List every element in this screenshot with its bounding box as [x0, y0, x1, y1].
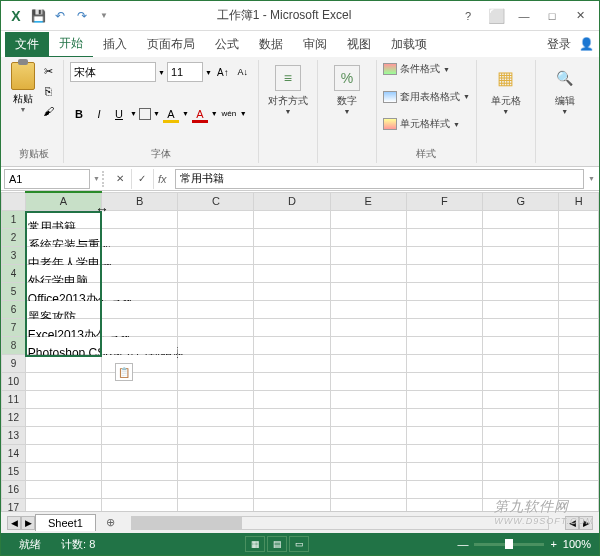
name-box[interactable]	[4, 169, 90, 189]
cell-D17[interactable]	[254, 498, 330, 511]
cell-H9[interactable]	[559, 354, 599, 372]
align-button[interactable]: ≡ 对齐方式 ▼	[265, 62, 311, 118]
col-header[interactable]: F	[406, 192, 482, 210]
cell-D15[interactable]	[254, 462, 330, 480]
cell-A4[interactable]: 外行学电脑	[25, 264, 101, 282]
cell-F12[interactable]	[406, 408, 482, 426]
bold-button[interactable]: B	[70, 105, 88, 123]
sheet-nav-prev[interactable]: ◀	[7, 516, 21, 530]
cell-F16[interactable]	[406, 480, 482, 498]
cell-G17[interactable]	[483, 498, 559, 511]
cell-B4[interactable]	[102, 264, 178, 282]
border-icon[interactable]	[139, 108, 151, 120]
tab-formulas[interactable]: 公式	[205, 32, 249, 57]
fx-icon[interactable]: fx	[154, 173, 171, 185]
cell-C3[interactable]	[178, 246, 254, 264]
cell-A16[interactable]	[25, 480, 101, 498]
cell-B1[interactable]	[102, 210, 178, 228]
qat-dropdown-icon[interactable]: ▼	[95, 7, 113, 25]
cell-A14[interactable]	[25, 444, 101, 462]
login-link[interactable]: 登录	[541, 36, 577, 53]
col-header[interactable]: H	[559, 192, 599, 210]
format-painter-icon[interactable]: 🖌	[39, 102, 57, 120]
select-all-corner[interactable]	[2, 192, 26, 210]
col-header[interactable]: C	[178, 192, 254, 210]
row-header[interactable]: 16	[2, 480, 26, 498]
cell-G3[interactable]	[483, 246, 559, 264]
cell-G8[interactable]	[483, 336, 559, 354]
row-header[interactable]: 15	[2, 462, 26, 480]
cell-B14[interactable]	[102, 444, 178, 462]
cell-B7[interactable]	[102, 318, 178, 336]
cell-F10[interactable]	[406, 372, 482, 390]
cell-E13[interactable]	[330, 426, 406, 444]
cell-B5[interactable]	[102, 282, 178, 300]
cell-B16[interactable]	[102, 480, 178, 498]
cell-D16[interactable]	[254, 480, 330, 498]
cut-icon[interactable]: ✂	[39, 62, 57, 80]
cell-G7[interactable]	[483, 318, 559, 336]
cell-E5[interactable]	[330, 282, 406, 300]
view-normal-icon[interactable]: ▦	[245, 536, 265, 552]
tab-layout[interactable]: 页面布局	[137, 32, 205, 57]
cell-B6[interactable]	[102, 300, 178, 318]
row-header[interactable]: 12	[2, 408, 26, 426]
cell-G11[interactable]	[483, 390, 559, 408]
sheet-nav-next[interactable]: ▶	[21, 516, 35, 530]
table-format-button[interactable]: 套用表格格式 ▼	[383, 90, 470, 104]
row-header[interactable]: 13	[2, 426, 26, 444]
cell-B11[interactable]	[102, 390, 178, 408]
user-icon[interactable]: 👤	[577, 35, 595, 53]
cell-G6[interactable]	[483, 300, 559, 318]
cell-E12[interactable]	[330, 408, 406, 426]
row-header[interactable]: 5	[2, 282, 26, 300]
cell-D2[interactable]	[254, 228, 330, 246]
cell-E7[interactable]	[330, 318, 406, 336]
cell-H5[interactable]	[559, 282, 599, 300]
cell-A11[interactable]	[25, 390, 101, 408]
cell-D8[interactable]	[254, 336, 330, 354]
tab-data[interactable]: 数据	[249, 32, 293, 57]
cancel-formula-icon[interactable]: ✕	[110, 169, 132, 189]
cell-G12[interactable]	[483, 408, 559, 426]
cell-D11[interactable]	[254, 390, 330, 408]
cell-G2[interactable]	[483, 228, 559, 246]
paste-icon[interactable]	[11, 62, 35, 90]
col-header[interactable]: E	[330, 192, 406, 210]
col-header[interactable]: D	[254, 192, 330, 210]
cell-H17[interactable]	[559, 498, 599, 511]
redo-icon[interactable]: ↷	[73, 7, 91, 25]
editing-button[interactable]: 🔍 编辑 ▼	[542, 62, 588, 118]
phonetic-icon[interactable]: wén	[220, 105, 238, 123]
cell-F11[interactable]	[406, 390, 482, 408]
minimize-button[interactable]: —	[511, 6, 537, 26]
cell-E17[interactable]	[330, 498, 406, 511]
cell-G13[interactable]	[483, 426, 559, 444]
view-layout-icon[interactable]: ▤	[267, 536, 287, 552]
cell-G14[interactable]	[483, 444, 559, 462]
zoom-in-icon[interactable]: +	[550, 538, 556, 550]
cell-B3[interactable]	[102, 246, 178, 264]
cell-F7[interactable]	[406, 318, 482, 336]
ribbon-collapse-icon[interactable]: ⬜	[483, 6, 509, 26]
cell-H6[interactable]	[559, 300, 599, 318]
cell-E9[interactable]	[330, 354, 406, 372]
cell-H4[interactable]	[559, 264, 599, 282]
cell-E3[interactable]	[330, 246, 406, 264]
cell-A2[interactable]: 系统安装与重装	[25, 228, 101, 246]
save-icon[interactable]: 💾	[29, 7, 47, 25]
cell-F17[interactable]	[406, 498, 482, 511]
cell-E8[interactable]	[330, 336, 406, 354]
close-button[interactable]: ✕	[567, 6, 593, 26]
cell-H14[interactable]	[559, 444, 599, 462]
row-header[interactable]: 7	[2, 318, 26, 336]
cell-H2[interactable]	[559, 228, 599, 246]
maximize-button[interactable]: □	[539, 6, 565, 26]
grid[interactable]: ABCDEFGH1常用书籍2系统安装与重装3中老年人学电脑4外行学电脑5Offi…	[1, 191, 599, 511]
cell-A3[interactable]: 中老年人学电脑	[25, 246, 101, 264]
cell-E16[interactable]	[330, 480, 406, 498]
font-name-combo[interactable]	[70, 62, 156, 82]
cell-E11[interactable]	[330, 390, 406, 408]
cell-C6[interactable]	[178, 300, 254, 318]
row-header[interactable]: 10	[2, 372, 26, 390]
